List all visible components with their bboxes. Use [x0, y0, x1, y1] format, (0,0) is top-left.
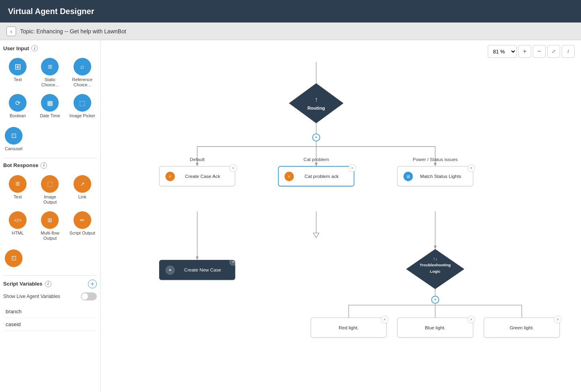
boolean-icon: ⟳ [9, 94, 27, 112]
link-icon: ↗ [74, 175, 91, 193]
variable-list: branch caseid [3, 305, 97, 331]
cat-problem-ack-node[interactable]: × ≡ Cat problem ack [278, 165, 356, 186]
svg-text:+: + [434, 297, 436, 302]
svg-marker-9 [434, 163, 437, 166]
app-title: Virtual Agent Designer [8, 7, 94, 16]
sidebar-item-multi-flow[interactable]: ⊞ Multi-flow Output [35, 210, 64, 243]
script-variables-header: Script Variables i + [3, 280, 97, 288]
fit-screen-button[interactable]: ⤢ [547, 45, 560, 58]
live-agent-row: Show Live Agent Variables [3, 292, 97, 300]
svg-text:Cat problem ack: Cat problem ack [305, 174, 339, 179]
svg-text:≡: ≡ [288, 174, 290, 179]
blue-light-node[interactable]: × Blue light. [397, 316, 475, 338]
carousel-icon: ⊡ [5, 127, 23, 145]
user-input-info-icon[interactable]: i [31, 45, 38, 51]
carousel-row: ⊡ Carousel [3, 125, 97, 153]
svg-text:×: × [470, 165, 473, 170]
multi-flow-icon: ⊞ [41, 211, 59, 229]
zoom-out-button[interactable]: − [533, 45, 546, 58]
svg-marker-15 [434, 246, 437, 249]
canvas-toolbar: 81 % 50% 75% 100% 125% + − ⤢ i [488, 45, 575, 58]
sidebar-item-br-text[interactable]: ≡ Text [3, 174, 32, 206]
svg-text:↑↓: ↑↓ [433, 256, 438, 261]
script-output-icon: ✏ [74, 211, 91, 229]
static-choice-icon: ≡ [41, 58, 59, 76]
zoom-select[interactable]: 81 % 50% 75% 100% 125% [488, 45, 517, 58]
svg-text:⊞: ⊞ [407, 174, 410, 179]
html-icon: </> [9, 211, 27, 229]
svg-text:+: + [315, 135, 317, 140]
topic-bar: ‹ Topic: Enhancing -- Get help with Lawn… [0, 22, 581, 40]
sidebar-item-image-output[interactable]: ⬚ Image Output [35, 174, 64, 206]
troubleshooting-logic-node[interactable]: Troubleshooting Logic ↑↓ [406, 249, 464, 289]
svg-text:Match Status Lights: Match Status Lights [420, 174, 461, 179]
variable-branch[interactable]: branch [3, 305, 97, 318]
match-status-lights-node[interactable]: × ⊞ Match Status Lights [397, 165, 475, 186]
back-button[interactable]: ‹ [6, 27, 16, 36]
add-script-variable-button[interactable]: + [88, 280, 97, 288]
svg-text:×: × [351, 165, 354, 170]
variable-caseid[interactable]: caseid [3, 318, 97, 331]
sidebar-item-text[interactable]: ⊞ Text [3, 56, 32, 89]
script-var-icon: ⊡ [5, 249, 23, 267]
user-input-section-title: User Input i [3, 45, 97, 51]
flowchart-svg: + ↑ Routing + Default Cat problem Power … [100, 40, 581, 392]
svg-marker-8 [315, 163, 317, 166]
script-variables-info-icon[interactable]: i [45, 281, 51, 287]
svg-text:×: × [232, 259, 234, 264]
routing-node[interactable]: ↑ Routing [289, 84, 344, 123]
sidebar-item-static-choice[interactable]: ≡ Static Choice... [35, 56, 64, 89]
script-variables-title: Script Variables i [3, 281, 51, 287]
reference-choice-icon: ⌕ [74, 58, 91, 76]
main-layout: User Input i ⊞ Text ≡ Static Choice... ⌕… [0, 40, 581, 392]
user-input-grid: ⊞ Text ≡ Static Choice... ⌕ Reference Ch… [3, 56, 97, 120]
svg-marker-13 [313, 233, 319, 238]
sidebar-item-reference-choice[interactable]: ⌕ Reference Choice... [68, 56, 97, 89]
sidebar-item-image-picker[interactable]: ⬚ Image Picker [68, 92, 97, 120]
sidebar-item-date-time[interactable]: ▦ Date Time [35, 92, 64, 120]
sidebar-item-html[interactable]: </> HTML [3, 210, 32, 243]
bot-response-info-icon[interactable]: i [41, 162, 47, 169]
bot-response-grid: ≡ Text ⬚ Image Output ↗ Link </> HTML ⊞ … [3, 174, 97, 243]
svg-text:↑: ↑ [315, 96, 318, 103]
svg-text:Create Case Ack: Create Case Ack [185, 174, 221, 179]
topic-text: Topic: Enhancing -- Get help with LawnBo… [20, 28, 126, 35]
svg-text:Power / Status issues: Power / Status issues [413, 157, 458, 162]
create-new-case-node[interactable]: × ✦ Create New Case [160, 258, 237, 280]
image-output-icon: ⬚ [41, 175, 59, 193]
svg-marker-24 [289, 84, 344, 123]
canvas-area: 81 % 50% 75% 100% 125% + − ⤢ i [100, 40, 581, 392]
app-header: Virtual Agent Designer [0, 0, 581, 22]
script-icon-row: ⊡ [3, 248, 97, 270]
sidebar-item-boolean[interactable]: ⟳ Boolean [3, 92, 32, 120]
svg-text:Blue light.: Blue light. [425, 325, 446, 330]
svg-text:Red light.: Red light. [339, 325, 358, 330]
sidebar: User Input i ⊞ Text ≡ Static Choice... ⌕… [0, 40, 100, 392]
svg-text:✦: ✦ [168, 268, 172, 272]
bot-response-section-title: Bot Response i [3, 162, 97, 169]
svg-text:×: × [556, 317, 559, 322]
zoom-in-button[interactable]: + [518, 45, 531, 58]
date-time-icon: ▦ [41, 94, 59, 112]
svg-text:≡: ≡ [169, 174, 172, 179]
text-icon: ⊞ [9, 58, 27, 76]
svg-text:×: × [232, 165, 234, 170]
info-button[interactable]: i [562, 45, 575, 58]
image-picker-icon: ⬚ [74, 94, 91, 112]
svg-marker-7 [196, 163, 198, 166]
svg-text:Default: Default [190, 157, 205, 162]
svg-marker-11 [196, 257, 198, 260]
red-light-node[interactable]: × Red light. [311, 316, 389, 338]
svg-text:×: × [470, 317, 473, 322]
sidebar-item-script-var[interactable]: ⊡ [3, 248, 24, 270]
br-text-icon: ≡ [9, 175, 27, 193]
svg-text:Green light.: Green light. [509, 325, 534, 330]
create-case-ack-node[interactable]: × ≡ Create Case Ack [160, 165, 237, 186]
sidebar-item-script-output[interactable]: ✏ Script Output [68, 210, 97, 243]
sidebar-item-carousel[interactable]: ⊡ Carousel [3, 125, 24, 153]
green-light-node[interactable]: × Green light. [484, 316, 561, 338]
live-agent-toggle[interactable] [81, 292, 97, 300]
sidebar-item-link[interactable]: ↗ Link [68, 174, 97, 206]
svg-text:×: × [383, 317, 386, 322]
svg-text:Create New Case: Create New Case [184, 267, 221, 272]
